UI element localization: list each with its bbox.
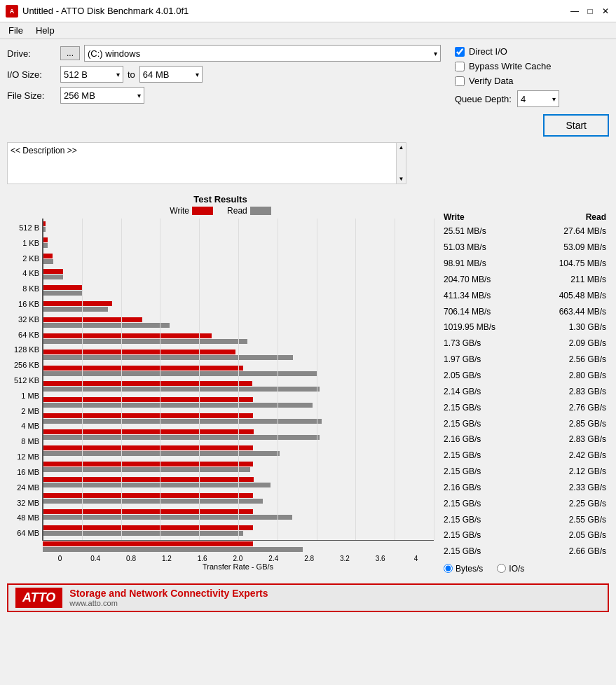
io-radio[interactable] bbox=[497, 564, 506, 573]
io-to-label: to bbox=[128, 69, 135, 80]
result-row: 1.97 GB/s2.56 GB/s bbox=[441, 352, 609, 368]
y-label: 1 MB bbox=[10, 388, 39, 403]
description-box: << Description >> ▲ ▼ bbox=[7, 142, 406, 184]
result-write: 2.16 GB/s bbox=[444, 434, 481, 444]
grid-line bbox=[199, 219, 200, 540]
bytes-radio[interactable] bbox=[444, 564, 453, 573]
chart-legend: Write Read bbox=[7, 206, 434, 216]
read-bar bbox=[43, 355, 293, 360]
result-row: 2.15 GB/s2.25 GB/s bbox=[441, 495, 609, 511]
read-bar bbox=[43, 547, 303, 552]
result-row: 1.73 GB/s2.09 GB/s bbox=[441, 335, 609, 352]
x-label: 2.0 bbox=[220, 555, 256, 562]
grid-line bbox=[238, 219, 239, 540]
result-write: 2.05 GB/s bbox=[444, 371, 481, 380]
y-label: 48 MB bbox=[10, 510, 39, 525]
result-read: 2.85 GB/s bbox=[569, 419, 606, 429]
unit-selector: Bytes/s IO/s bbox=[441, 560, 609, 578]
io-from-select[interactable]: 512 B ▾ bbox=[60, 66, 123, 83]
bypass-write-cache-checkbox[interactable] bbox=[455, 62, 465, 71]
result-row: 2.05 GB/s2.80 GB/s bbox=[441, 368, 609, 384]
result-row: 2.15 GB/s2.42 GB/s bbox=[441, 448, 609, 464]
read-bar bbox=[43, 259, 53, 264]
minimize-button[interactable]: — bbox=[570, 6, 580, 16]
drive-dropdown-arrow: ▾ bbox=[434, 50, 437, 57]
result-row: 51.03 MB/s53.09 MB/s bbox=[441, 240, 609, 256]
result-row: 2.16 GB/s2.33 GB/s bbox=[441, 480, 609, 496]
result-read: 663.44 MB/s bbox=[559, 307, 606, 317]
result-read: 104.75 MB/s bbox=[559, 258, 606, 268]
x-label: 2.4 bbox=[256, 555, 292, 562]
result-read: 1.30 GB/s bbox=[569, 322, 606, 332]
file-size-select[interactable]: 256 MB ▾ bbox=[60, 87, 144, 104]
result-row: 2.15 GB/s2.12 GB/s bbox=[441, 464, 609, 480]
close-button[interactable]: ✕ bbox=[601, 6, 610, 16]
result-write: 411.34 MB/s bbox=[444, 291, 491, 300]
read-bar bbox=[43, 467, 250, 472]
y-label: 2 MB bbox=[10, 403, 39, 419]
y-label: 64 MB bbox=[10, 525, 39, 541]
queue-depth-select[interactable]: 4 ▾ bbox=[517, 90, 559, 107]
read-bar bbox=[43, 371, 317, 376]
write-bar bbox=[43, 477, 254, 482]
result-read: 2.76 GB/s bbox=[569, 403, 606, 413]
y-label: 32 KB bbox=[10, 312, 39, 327]
result-row: 1019.95 MB/s1.30 GB/s bbox=[441, 319, 609, 335]
result-write: 2.14 GB/s bbox=[444, 387, 481, 396]
y-label: 8 KB bbox=[10, 281, 39, 296]
write-bar bbox=[43, 381, 252, 386]
result-write: 706.14 MB/s bbox=[444, 307, 491, 317]
result-row: 204.70 MB/s211 MB/s bbox=[441, 272, 609, 288]
result-read: 2.05 GB/s bbox=[569, 530, 606, 540]
menu-file[interactable]: File bbox=[3, 24, 29, 37]
result-read: 2.56 GB/s bbox=[569, 354, 606, 364]
maximize-button[interactable]: □ bbox=[585, 6, 595, 16]
grid-line bbox=[434, 219, 434, 540]
read-bar bbox=[43, 483, 271, 487]
result-write: 2.15 GB/s bbox=[444, 419, 481, 429]
result-row: 25.51 MB/s27.64 MB/s bbox=[441, 223, 609, 240]
write-bar bbox=[43, 333, 212, 338]
write-bar bbox=[43, 445, 253, 450]
write-bar bbox=[43, 509, 253, 514]
y-label: 256 KB bbox=[10, 357, 39, 373]
io-to-select[interactable]: 64 MB ▾ bbox=[139, 66, 203, 83]
result-row: 2.15 GB/s2.05 GB/s bbox=[441, 527, 609, 544]
window-title: Untitled - ATTO Disk Benchmark 4.01.0f1 bbox=[22, 6, 189, 16]
result-read: 2.33 GB/s bbox=[569, 483, 606, 492]
grid-line bbox=[355, 219, 356, 540]
write-bar bbox=[43, 269, 63, 274]
y-label: 24 MB bbox=[10, 480, 39, 495]
result-write: 204.70 MB/s bbox=[444, 275, 491, 284]
scroll-down-arrow[interactable]: ▼ bbox=[399, 176, 404, 182]
grid-line bbox=[43, 219, 43, 540]
y-axis-labels: 512 B1 KB2 KB4 KB8 KB16 KB32 KB64 KB128 … bbox=[7, 219, 42, 555]
result-read: 2.55 GB/s bbox=[569, 515, 606, 525]
browse-button[interactable]: ... bbox=[60, 46, 80, 60]
y-label: 512 KB bbox=[10, 373, 39, 388]
grid-line bbox=[82, 219, 83, 540]
menu-help[interactable]: Help bbox=[30, 24, 60, 37]
result-read: 2.12 GB/s bbox=[569, 466, 606, 476]
file-label: File Size: bbox=[7, 90, 56, 101]
result-row: 98.91 MB/s104.75 MB/s bbox=[441, 256, 609, 272]
write-bar bbox=[43, 366, 243, 371]
write-bar bbox=[43, 285, 83, 290]
app-icon: A bbox=[6, 5, 18, 18]
chart-title: Test Results bbox=[7, 191, 434, 206]
start-button[interactable]: Start bbox=[543, 114, 609, 137]
footer-tagline: Storage and Network Connectivity Experts bbox=[69, 588, 268, 599]
grid-line bbox=[160, 219, 160, 540]
result-write: 2.15 GB/s bbox=[444, 450, 481, 460]
read-bar bbox=[43, 323, 170, 328]
results-header-read: Read bbox=[586, 212, 606, 222]
write-bar bbox=[43, 254, 53, 258]
direct-io-checkbox[interactable] bbox=[455, 47, 465, 57]
grid-line bbox=[121, 219, 122, 540]
description-scrollbar[interactable]: ▲ ▼ bbox=[396, 143, 406, 184]
drive-select[interactable]: (C:) windows ▾ bbox=[84, 45, 441, 62]
scroll-up-arrow[interactable]: ▲ bbox=[399, 144, 404, 151]
result-write: 1.97 GB/s bbox=[444, 354, 481, 364]
y-label: 64 KB bbox=[10, 327, 39, 342]
verify-data-checkbox[interactable] bbox=[455, 76, 465, 86]
